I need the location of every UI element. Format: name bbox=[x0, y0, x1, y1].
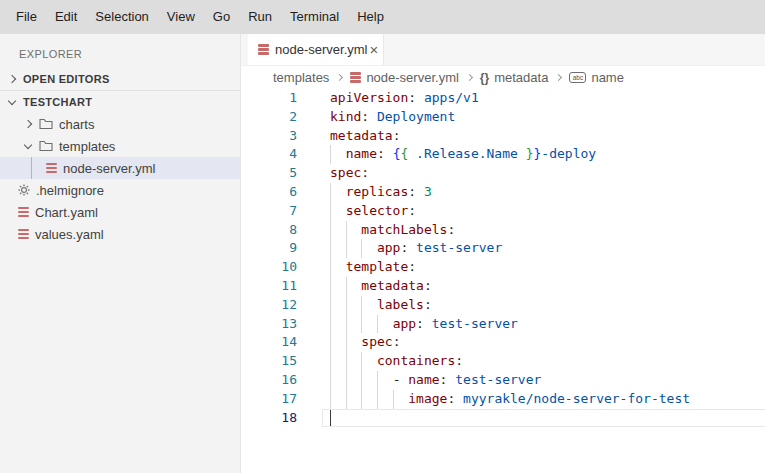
menu-view[interactable]: View bbox=[158, 0, 204, 34]
token: : bbox=[455, 353, 463, 368]
tree-item-charts[interactable]: charts bbox=[0, 113, 240, 135]
line-content[interactable]: metadata: bbox=[322, 127, 765, 146]
token: - bbox=[393, 372, 409, 387]
menu-selection[interactable]: Selection bbox=[86, 0, 157, 34]
indent-guide bbox=[377, 390, 378, 409]
menu-terminal[interactable]: Terminal bbox=[281, 0, 348, 34]
code-line-7[interactable]: 7 selector: bbox=[241, 202, 765, 221]
indent-guide bbox=[330, 315, 331, 334]
code-line-10[interactable]: 10 template: bbox=[241, 258, 765, 277]
yaml-file-icon bbox=[258, 44, 269, 55]
chevron-right-icon bbox=[555, 74, 562, 81]
code-line-15[interactable]: 15 containers: bbox=[241, 352, 765, 371]
line-content[interactable]: metadata: bbox=[322, 277, 765, 296]
tab-node-server-yml[interactable]: node-server.yml × bbox=[248, 34, 384, 65]
line-number: 15 bbox=[241, 352, 297, 371]
code-line-8[interactable]: 8 matchLabels: bbox=[241, 221, 765, 240]
line-number: 13 bbox=[241, 315, 297, 334]
testchart-section[interactable]: TESTCHART bbox=[0, 91, 240, 113]
line-content[interactable]: matchLabels: bbox=[322, 221, 765, 240]
code-line-1[interactable]: 1apiVersion: apps/v1 bbox=[241, 89, 765, 108]
line-content[interactable]: spec: bbox=[322, 333, 765, 352]
tree-item-values-yaml[interactable]: values.yaml bbox=[0, 223, 240, 245]
code-line-18[interactable]: 18 bbox=[241, 409, 765, 428]
line-content[interactable]: apiVersion: apps/v1 bbox=[322, 89, 765, 108]
line-content[interactable]: kind: Deployment bbox=[322, 108, 765, 127]
gutter bbox=[297, 315, 322, 334]
code-line-12[interactable]: 12 labels: bbox=[241, 296, 765, 315]
line-content[interactable]: replicas: 3 bbox=[322, 183, 765, 202]
tree-item-chart-yaml[interactable]: Chart.yaml bbox=[0, 201, 240, 223]
line-content[interactable]: template: bbox=[322, 258, 765, 277]
code-editor[interactable]: 1apiVersion: apps/v12kind: Deployment3me… bbox=[241, 89, 765, 427]
tree-item-label: .helmignore bbox=[36, 183, 104, 198]
indent-spaces bbox=[330, 203, 346, 218]
line-content[interactable]: labels: bbox=[322, 296, 765, 315]
token: replicas bbox=[346, 184, 409, 199]
indent-guide bbox=[346, 352, 347, 371]
menu-edit[interactable]: Edit bbox=[46, 0, 86, 34]
tree-item--helmignore[interactable]: .helmignore bbox=[0, 179, 240, 201]
line-number: 14 bbox=[241, 333, 297, 352]
indent-guide bbox=[330, 371, 331, 390]
menu-go[interactable]: Go bbox=[204, 0, 239, 34]
gutter bbox=[297, 258, 322, 277]
open-editors-label: OPEN EDITORS bbox=[23, 73, 110, 85]
gutter bbox=[297, 390, 322, 409]
workbench: EXPLORER OPEN EDITORS TESTCHART chartste… bbox=[0, 34, 765, 473]
token: : bbox=[393, 128, 401, 143]
token: : bbox=[408, 203, 416, 218]
indent-guide bbox=[393, 390, 394, 409]
token: selector bbox=[346, 203, 409, 218]
indent-guide bbox=[377, 371, 378, 390]
token: .Release.Name bbox=[408, 146, 525, 161]
tree-item-templates[interactable]: templates bbox=[0, 135, 240, 157]
line-content[interactable]: selector: bbox=[322, 202, 765, 221]
indent-guide bbox=[361, 371, 362, 390]
line-number: 3 bbox=[241, 127, 297, 146]
indent-spaces bbox=[330, 391, 408, 406]
breadcrumb-metadata[interactable]: {} metadata bbox=[480, 70, 549, 85]
code-line-9[interactable]: 9 app: test-server bbox=[241, 239, 765, 258]
tree-item-node-server-yml[interactable]: node-server.yml bbox=[0, 157, 240, 179]
token: : bbox=[361, 109, 377, 124]
breadcrumb-name[interactable]: abc name bbox=[569, 70, 624, 85]
code-line-6[interactable]: 6 replicas: 3 bbox=[241, 183, 765, 202]
code-line-2[interactable]: 2kind: Deployment bbox=[241, 108, 765, 127]
code-line-5[interactable]: 5spec: bbox=[241, 164, 765, 183]
code-line-14[interactable]: 14 spec: bbox=[241, 333, 765, 352]
menu-help[interactable]: Help bbox=[348, 0, 393, 34]
indent-spaces bbox=[330, 240, 377, 255]
line-content[interactable]: image: myyrakle/node-server-for-test bbox=[322, 390, 765, 409]
code-line-11[interactable]: 11 metadata: bbox=[241, 277, 765, 296]
breadcrumb-templates[interactable]: templates bbox=[273, 70, 329, 85]
code-line-16[interactable]: 16 - name: test-server bbox=[241, 371, 765, 390]
line-content[interactable]: name: {{ .Release.Name }}-deploy bbox=[322, 145, 765, 164]
line-content[interactable]: app: test-server bbox=[322, 239, 765, 258]
line-content[interactable]: app: test-server bbox=[322, 315, 765, 334]
menu-file[interactable]: File bbox=[7, 0, 46, 34]
tree-item-label: Chart.yaml bbox=[35, 205, 98, 220]
line-content[interactable]: containers: bbox=[322, 352, 765, 371]
indent-guide bbox=[361, 239, 362, 258]
open-editors-section[interactable]: OPEN EDITORS bbox=[0, 68, 240, 90]
token: : bbox=[440, 372, 456, 387]
gutter bbox=[297, 108, 322, 127]
line-content[interactable]: - name: test-server bbox=[322, 371, 765, 390]
code-line-13[interactable]: 13 app: test-server bbox=[241, 315, 765, 334]
token: app bbox=[377, 240, 400, 255]
token: : bbox=[424, 278, 432, 293]
token: test-server bbox=[455, 372, 541, 387]
indent-guide bbox=[346, 239, 347, 258]
code-line-3[interactable]: 3metadata: bbox=[241, 127, 765, 146]
gutter bbox=[297, 202, 322, 221]
menu-run[interactable]: Run bbox=[239, 0, 281, 34]
breadcrumb-file[interactable]: node-server.yml bbox=[350, 70, 458, 85]
line-content[interactable] bbox=[322, 409, 765, 428]
yaml-file-icon bbox=[18, 207, 29, 218]
line-content[interactable]: spec: bbox=[322, 164, 765, 183]
code-line-17[interactable]: 17 image: myyrakle/node-server-for-test bbox=[241, 390, 765, 409]
close-icon[interactable]: × bbox=[367, 42, 380, 57]
code-line-4[interactable]: 4 name: {{ .Release.Name }}-deploy bbox=[241, 145, 765, 164]
chevron-down-icon bbox=[8, 96, 16, 104]
